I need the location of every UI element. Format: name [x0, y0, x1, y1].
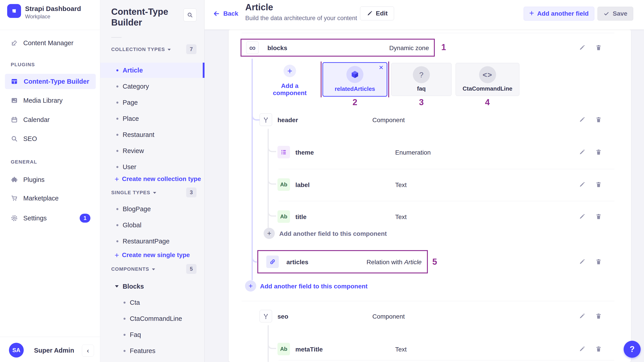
delete-icon[interactable]: [595, 44, 602, 51]
sidebar-item-media-library[interactable]: Media Library: [0, 93, 100, 108]
annotation-3: 3: [415, 98, 428, 107]
delete-icon[interactable]: [595, 213, 602, 220]
app-title: Strapi Dashboard: [25, 5, 81, 12]
field-name: articles: [286, 259, 308, 266]
bullet-icon: [124, 302, 126, 304]
sidebar-item-review[interactable]: Review: [100, 143, 204, 158]
add-field-inner-label[interactable]: Add another field to this component: [279, 230, 387, 238]
create-single-type-link[interactable]: + Create new single type: [100, 248, 204, 263]
divider: [111, 37, 122, 38]
group-collection-types: COLLECTION TYPES 7: [100, 44, 204, 55]
row-actions: [579, 213, 602, 220]
code-icon: <>: [479, 66, 496, 83]
sidebar-item-features[interactable]: Features: [100, 343, 204, 358]
edit-icon[interactable]: [579, 258, 585, 265]
divider: [278, 201, 614, 201]
sidebar-item-blocks-folder[interactable]: Blocks: [100, 279, 204, 294]
component-card-ctacommandline[interactable]: <> CtaCommandLine: [456, 63, 519, 96]
add-field-outer-label[interactable]: Add another field to this component: [260, 283, 368, 290]
close-icon[interactable]: ✕: [378, 64, 384, 71]
edit-icon[interactable]: [579, 116, 585, 123]
question-icon: ?: [413, 66, 430, 83]
sidebar-item-plugins[interactable]: Plugins: [0, 172, 100, 187]
edit-icon[interactable]: [579, 181, 585, 188]
bullet-icon: [116, 102, 118, 104]
delete-icon[interactable]: [595, 313, 602, 320]
sidebar-item-place[interactable]: Place: [100, 111, 204, 126]
collapse-sidebar-button[interactable]: ‹: [82, 344, 94, 357]
sidebar-item-ctacommandline[interactable]: CtaCommandLine: [100, 311, 204, 326]
pen-icon: [11, 40, 18, 46]
sidebar-item-restaurantpage[interactable]: RestaurantPage: [100, 234, 204, 249]
sidebar-item-calendar[interactable]: Calendar: [0, 112, 100, 127]
single-types-header[interactable]: SINGLE TYPES: [111, 190, 156, 196]
help-button[interactable]: ?: [624, 341, 641, 358]
delete-icon[interactable]: [595, 149, 602, 156]
sidebar-item-category[interactable]: Category: [100, 79, 204, 94]
delete-icon[interactable]: [595, 258, 602, 265]
sidebar-item-seo[interactable]: SEO: [0, 131, 100, 146]
sidebar-item-content-type-builder[interactable]: Content-Type Builder: [5, 74, 96, 89]
add-component-label[interactable]: Add a component: [265, 82, 314, 97]
component-card-relatedarticles[interactable]: ✕ relatedArticles: [322, 62, 387, 97]
sidebar-item-faq[interactable]: Faq: [100, 327, 204, 342]
field-type: Text: [395, 346, 406, 353]
dynamic-zone-icon: ∞: [246, 42, 259, 54]
annotation-5: 5: [432, 257, 437, 267]
delete-icon[interactable]: [595, 346, 602, 352]
chevron-down-icon: [115, 285, 118, 288]
component-card-faq[interactable]: ? faq: [391, 63, 452, 96]
divider: [242, 301, 614, 301]
divider: [0, 337, 100, 337]
edit-icon[interactable]: [579, 213, 585, 220]
collection-types-header[interactable]: COLLECTION TYPES: [111, 46, 171, 52]
edit-icon[interactable]: [579, 313, 585, 320]
sidebar-item-marketplace[interactable]: Marketplace: [0, 190, 100, 206]
bullet-icon: [124, 350, 126, 352]
edit-icon[interactable]: [579, 149, 585, 156]
avatar[interactable]: SA: [9, 343, 24, 358]
field-type: Component: [372, 313, 405, 320]
add-field-outer-button[interactable]: +: [245, 280, 256, 292]
sidebar-item-restaurant[interactable]: Restaurant: [100, 127, 204, 142]
sidebar-item-cta[interactable]: Cta: [100, 295, 204, 310]
cube-icon: [346, 66, 364, 83]
sidebar-item-settings[interactable]: Settings 1: [0, 210, 100, 226]
create-collection-type-link[interactable]: + Create new collection type: [100, 172, 204, 186]
delete-icon[interactable]: [595, 181, 602, 188]
sidebar-item-content-manager[interactable]: Content Manager: [0, 35, 100, 50]
add-component-button[interactable]: +: [284, 65, 296, 77]
relation-icon: [266, 256, 279, 268]
sidebar-item-blogpage[interactable]: BlogPage: [100, 201, 204, 216]
search-button[interactable]: [184, 8, 196, 22]
strapi-logo-icon[interactable]: [7, 4, 21, 18]
sidebar-item-page[interactable]: Page: [100, 95, 204, 110]
edit-icon[interactable]: [579, 44, 585, 51]
question-icon: ?: [630, 344, 634, 354]
delete-icon[interactable]: [595, 116, 602, 123]
chevron-down-icon: [168, 49, 171, 50]
bullet-icon: [124, 318, 126, 320]
back-link[interactable]: Back: [212, 10, 238, 18]
bullet-icon: [116, 118, 118, 120]
add-another-field-button[interactable]: + Add another field: [524, 7, 594, 20]
tree-branch: [268, 174, 276, 184]
sidebar-item-article[interactable]: Article: [100, 63, 204, 78]
edit-icon[interactable]: [579, 346, 585, 352]
tree-branch: [268, 206, 276, 216]
relation-target: Article: [404, 259, 422, 266]
page-subtitle: Build the data architecture of your cont…: [245, 15, 357, 22]
row-actions: [579, 181, 602, 188]
enumeration-icon: [278, 146, 290, 158]
save-button[interactable]: Save: [598, 7, 633, 20]
component-icon: [260, 310, 272, 322]
image-icon: [11, 97, 18, 104]
components-header[interactable]: COMPONENTS: [111, 266, 155, 272]
check-icon: [603, 10, 610, 17]
calendar-icon: [11, 116, 18, 123]
edit-button[interactable]: Edit: [360, 6, 394, 20]
add-field-inner-button[interactable]: +: [264, 228, 275, 239]
row-actions: [579, 313, 602, 320]
annotation-2: 2: [348, 98, 362, 107]
sidebar-item-global[interactable]: Global: [100, 218, 204, 233]
